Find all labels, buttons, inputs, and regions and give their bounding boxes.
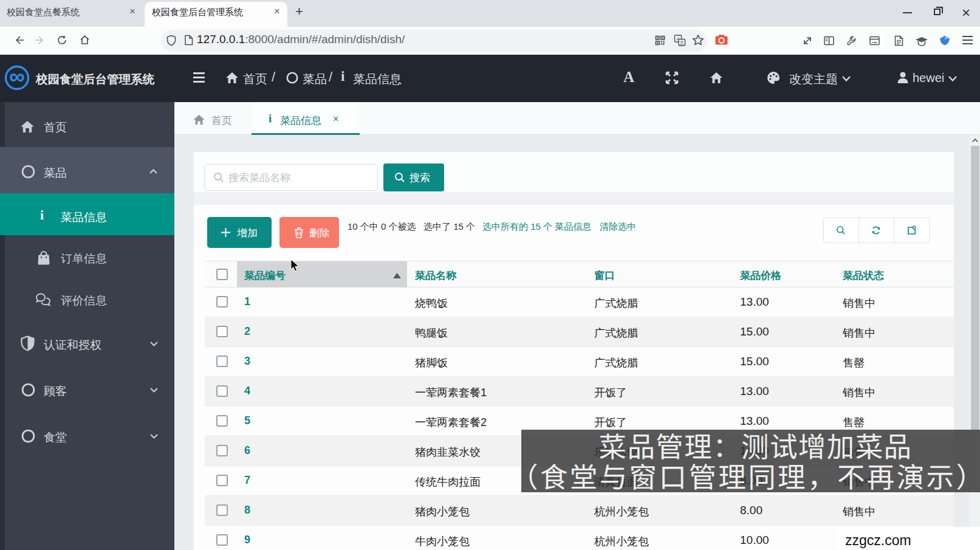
svg-text:文: 文	[679, 40, 684, 46]
svg-text:∞: ∞	[9, 65, 25, 89]
